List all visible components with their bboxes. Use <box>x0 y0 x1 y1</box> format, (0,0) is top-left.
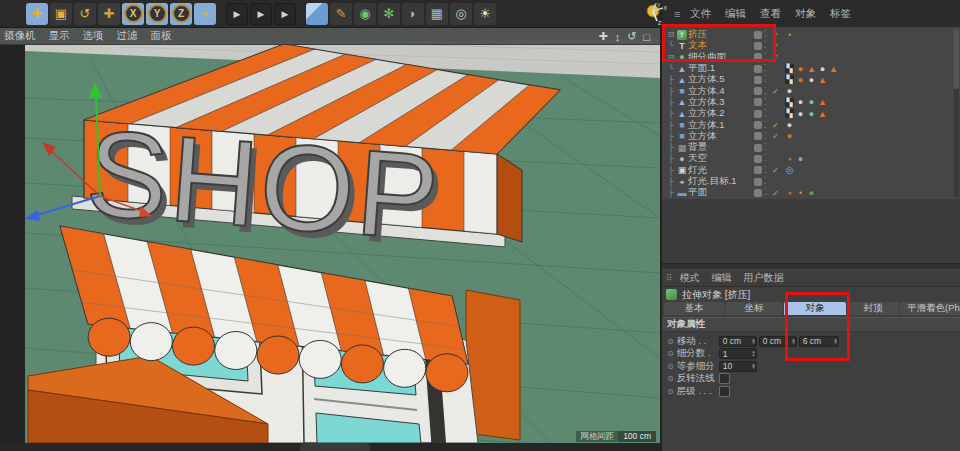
anim-dot-icon[interactable]: ⊙ <box>667 387 674 396</box>
layer-chip[interactable] <box>754 144 762 152</box>
visibility-dots-icon[interactable]: ⁚ <box>764 132 770 141</box>
attribute-menu-模式[interactable]: 模式 <box>680 271 700 285</box>
anim-dot-icon[interactable]: ⊙ <box>667 374 674 383</box>
orange-chip-tag-icon[interactable]: ▪ <box>784 188 795 198</box>
layer-chip[interactable] <box>754 87 762 95</box>
last-used-tool-icon[interactable]: ✚ <box>98 3 120 25</box>
white-ball-tag-icon[interactable]: ● <box>784 120 795 130</box>
tab-平滑着色(Phong)[interactable]: 平滑着色(Phong) <box>900 302 960 315</box>
object-manager-menu-对象[interactable]: 对象 <box>795 7 816 21</box>
panel-divider[interactable] <box>662 263 960 270</box>
generators-icon[interactable]: ✻ <box>378 3 400 25</box>
light-icon[interactable]: ☀ <box>474 3 496 25</box>
axis-z-lock-icon[interactable]: Z <box>170 3 192 25</box>
viewport[interactable]: SHOP SHOP 摄像机显示选项过滤面板 ✚↕↺□ 网格间距 10 <box>0 28 660 451</box>
checker-tag-icon[interactable]: ▚ <box>785 98 794 107</box>
anim-dot-icon[interactable]: ⊙ <box>667 337 674 346</box>
tri-tag-icon[interactable]: ▲ <box>828 64 839 74</box>
axis-x-lock-icon[interactable]: X <box>122 3 144 25</box>
axis-y-lock-icon[interactable]: Y <box>146 3 168 25</box>
enabled-check-icon[interactable]: ✓ <box>772 120 782 130</box>
object-manager-scrollbar[interactable] <box>954 29 959 197</box>
visibility-dots-icon[interactable]: ⁚ <box>764 166 770 175</box>
teal-ball-tag-icon[interactable]: ● <box>806 109 817 119</box>
subdivision-surface-icon[interactable]: ◉ <box>354 3 376 25</box>
move-tool-icon[interactable]: ✚ <box>26 3 48 25</box>
viewport-toggle-icon[interactable]: □ <box>643 31 650 43</box>
render-to-picture-viewer-icon[interactable]: ▶ <box>250 3 272 25</box>
orange-ball-tag-icon[interactable]: ● <box>795 75 806 85</box>
floor-environment-icon[interactable]: ▦ <box>426 3 448 25</box>
render-view-icon[interactable]: ▶ <box>226 3 248 25</box>
enabled-check-icon[interactable]: ✓ <box>772 131 782 141</box>
layer-chip[interactable] <box>754 166 762 174</box>
checker-tag-icon[interactable]: ▚ <box>785 64 794 73</box>
checkbox[interactable] <box>719 386 730 397</box>
white-ball-tag-icon[interactable]: ● <box>784 86 795 96</box>
render-settings-icon[interactable]: ▶ <box>274 3 296 25</box>
object-manager-menu-编辑[interactable]: 编辑 <box>725 7 746 21</box>
viewport-rotate-icon[interactable]: ↺ <box>627 30 636 43</box>
spin-down[interactable]: ▾ <box>752 354 755 357</box>
white-ball-tag-icon[interactable]: ● <box>806 75 817 85</box>
tri-tag-icon[interactable]: ▲ <box>817 97 828 107</box>
green-ball-tag-icon[interactable]: ● <box>806 188 817 198</box>
add-primitive-cube-icon[interactable] <box>306 3 328 25</box>
visibility-dots-icon[interactable]: ⁚ <box>764 121 770 130</box>
orange-dot-tag-icon[interactable]: • <box>784 30 795 40</box>
tab-坐标[interactable]: 坐标 <box>725 302 783 315</box>
layer-chip[interactable] <box>754 189 762 197</box>
white-ball-tag-icon[interactable]: ● <box>795 97 806 107</box>
layer-chip[interactable] <box>754 155 762 163</box>
teal-ball-tag-icon[interactable]: ● <box>806 97 817 107</box>
visibility-dots-icon[interactable]: ⁚ <box>764 64 770 73</box>
target-tag-icon[interactable]: ◎ <box>784 165 795 175</box>
value-field[interactable]: 10▴▾ <box>719 361 757 372</box>
checker-tag-icon[interactable]: ▚ <box>785 109 794 118</box>
spinner-icon[interactable]: ▴▾ <box>752 350 756 357</box>
layer-chip[interactable] <box>754 98 762 106</box>
visibility-dots-icon[interactable]: ⁚ <box>764 154 770 163</box>
object-manager-menu-查看[interactable]: 查看 <box>760 7 781 21</box>
viewport-zoom-icon[interactable]: ↕ <box>615 31 621 43</box>
enabled-check-icon[interactable]: ✓ <box>772 86 782 96</box>
value-field[interactable]: 1▴▾ <box>719 348 757 359</box>
visibility-dots-icon[interactable]: ⁚ <box>764 109 770 118</box>
spin-down[interactable]: ▾ <box>752 366 755 369</box>
tab-封顶[interactable]: 封顶 <box>847 302 899 315</box>
viewport-menu-显示[interactable]: 显示 <box>49 29 70 43</box>
layer-chip[interactable] <box>754 65 762 73</box>
layer-chip[interactable] <box>754 178 762 186</box>
attribute-menu-编辑[interactable]: 编辑 <box>712 271 732 285</box>
object-manager-menu-文件[interactable]: 文件 <box>690 7 711 21</box>
viewport-menu-选项[interactable]: 选项 <box>83 29 104 43</box>
attribute-menu-用户数据[interactable]: 用户数据 <box>744 271 784 285</box>
visibility-dots-icon[interactable]: ⁚ <box>764 143 770 152</box>
gray-ball-tag-icon[interactable]: ● <box>795 154 806 164</box>
value-field[interactable]: 0 cm▴▾ <box>719 336 757 347</box>
tri-tag-icon[interactable]: ▲ <box>817 75 828 85</box>
anim-dot-icon[interactable]: ⊙ <box>667 349 674 358</box>
pen-spline-icon[interactable]: ✎ <box>330 3 352 25</box>
object-row-平面[interactable]: ├▬平面⁚✓▪•● <box>662 187 960 198</box>
layer-chip[interactable] <box>754 76 762 84</box>
spinner-icon[interactable]: ▴▾ <box>752 363 756 370</box>
checker-tag-icon[interactable]: ▚ <box>785 75 794 84</box>
white-ball-tag-icon[interactable]: ● <box>817 64 828 74</box>
viewport-menu-摄像机[interactable]: 摄像机 <box>4 29 36 43</box>
white-ball-tag-icon[interactable]: ● <box>795 109 806 119</box>
layer-chip[interactable] <box>754 110 762 118</box>
spin-down[interactable]: ▾ <box>752 341 755 344</box>
object-manager-menu-标签[interactable]: 标签 <box>830 7 851 21</box>
tri-tag-icon[interactable]: ▲ <box>806 64 817 74</box>
coordinate-system-icon[interactable]: ⌖ <box>194 3 216 25</box>
orange-ball-tag-icon[interactable]: ● <box>795 64 806 74</box>
deformers-icon[interactable]: ◗ <box>402 3 424 25</box>
visibility-dots-icon[interactable]: ⁚ <box>764 177 770 186</box>
viewport-pan-icon[interactable]: ✚ <box>598 30 607 43</box>
anim-dot-icon[interactable]: ⊙ <box>667 362 674 371</box>
scale-tool-icon[interactable]: ▣ <box>50 3 72 25</box>
checkbox[interactable] <box>719 373 730 384</box>
layer-chip[interactable] <box>754 121 762 129</box>
layer-chip[interactable] <box>754 132 762 140</box>
